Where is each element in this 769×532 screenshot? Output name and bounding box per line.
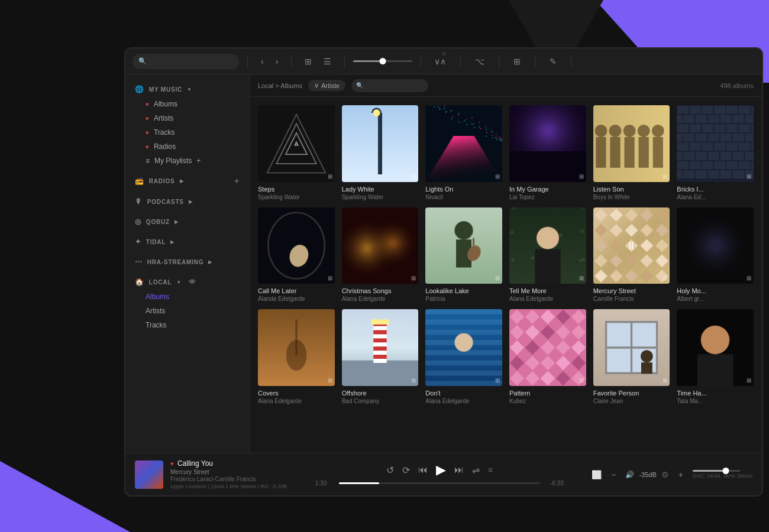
album-card[interactable]: ⊞⏸Mercury StreetCamille Francis — [593, 207, 670, 303]
albums-grid: ⊞StepsSparkling Water⊞Lady WhiteSparklin… — [250, 97, 762, 453]
vol-minus-button[interactable]: − — [606, 468, 621, 482]
toolbar-divider-4 — [421, 55, 421, 68]
album-card[interactable]: ⊞StepsSparkling Water — [258, 105, 335, 200]
play-button[interactable]: ▶ — [436, 462, 446, 478]
player-track-name: Calling You — [177, 459, 213, 468]
add-playlist-icon[interactable]: + — [196, 157, 201, 165]
nav-back-button[interactable]: ‹ — [256, 54, 269, 69]
toolbar-divider-3 — [344, 55, 345, 68]
album-add-to-library-icon[interactable]: ⊞ — [328, 377, 332, 384]
album-add-to-library-icon[interactable]: ⊞ — [579, 377, 584, 384]
zoom-slider-thumb — [380, 58, 386, 64]
content-search[interactable]: 🔍 — [351, 79, 428, 92]
album-add-to-library-icon[interactable]: ⊞ — [663, 275, 667, 281]
sidebar-item-artists-mymusic[interactable]: ♥ Artists — [129, 111, 245, 125]
sidebar-label-albums-local: Albums — [146, 293, 169, 301]
toolbar-divider-7 — [535, 55, 535, 68]
my-music-label: MY MUSIC — [149, 86, 182, 93]
sidebar-header-qobuz[interactable]: ◎ QOBUZ ▶ — [125, 214, 249, 229]
album-card[interactable]: ⊞Holy Mo...Albert gr... — [677, 207, 754, 303]
vol-slider[interactable] — [693, 470, 740, 472]
queue-button[interactable]: ≡ — [488, 465, 493, 475]
album-card[interactable]: ⊞Call Me LaterAlanda Edelgarde — [258, 207, 335, 303]
sidebar-label-albums-mymusic: Albums — [154, 100, 177, 108]
heart-icon-albums: ♥ — [146, 101, 149, 108]
album-add-to-library-icon[interactable]: ⊞ — [747, 377, 751, 384]
sidebar-item-artists-local[interactable]: Artists — [129, 304, 245, 318]
expand-icon[interactable]: ⬜ — [592, 470, 602, 479]
add-radio-icon[interactable]: + — [234, 176, 240, 186]
replay-button[interactable]: ↺ — [386, 465, 394, 476]
player-progress-bar[interactable] — [339, 482, 540, 484]
repeat-button[interactable]: ⟳ — [402, 465, 410, 476]
player-source-info: Apple Lossless | 16/44.1 kHz Stereo | RG… — [170, 484, 287, 489]
album-add-to-library-icon[interactable]: ⊞ — [579, 173, 584, 180]
tidal-label: TIDAL — [146, 239, 166, 245]
album-card[interactable]: ⊞Lights OnNivacil — [425, 105, 502, 200]
content-area: Local > Albums ∨ Artiste 🔍 498 albums ⊞S… — [250, 74, 762, 453]
album-card[interactable]: ⊞OffshoreBad Company — [342, 309, 419, 404]
zoom-slider[interactable] — [353, 60, 412, 62]
sort-button[interactable]: ∨∧ — [429, 54, 451, 69]
sidebar-item-albums-local[interactable]: Albums — [129, 290, 245, 304]
sidebar-header-radios[interactable]: 📻 RADIOS ▶ + — [125, 173, 249, 189]
album-add-to-library-icon[interactable]: ⊞ — [579, 275, 584, 281]
album-thumbnail: ⊞ — [677, 309, 754, 386]
edit-button[interactable]: ✎ — [545, 54, 561, 69]
album-add-to-library-icon[interactable]: ⊞ — [663, 377, 667, 384]
local-view-icon[interactable]: 👁 — [189, 278, 196, 286]
album-card[interactable]: ⊞PatternKubez — [509, 309, 586, 404]
grid-view-button[interactable]: ⊞ — [300, 54, 316, 69]
album-add-to-library-icon[interactable]: ⊞ — [495, 173, 500, 180]
sidebar-header-hra[interactable]: ⋯ HRA-STREAMING ▶ — [125, 254, 249, 270]
album-image — [593, 105, 670, 182]
playlist-add-button[interactable]: ⊞ — [509, 54, 525, 69]
sidebar-header-my-music[interactable]: 🌐 MY MUSIC ▼ — [125, 82, 249, 97]
filter-button[interactable]: ⌥ — [470, 54, 489, 69]
album-image — [509, 309, 586, 386]
album-add-to-library-icon[interactable]: ⊞ — [411, 377, 416, 384]
album-add-to-library-icon[interactable]: ⊞ — [328, 275, 332, 281]
sidebar-header-local[interactable]: 🏠 LOCAL ▼ 👁 — [125, 274, 249, 290]
album-card[interactable]: ⊞Lady WhiteSparkling Water — [342, 105, 419, 200]
album-add-to-library-icon[interactable]: ⊞ — [747, 173, 751, 180]
sidebar-item-radios-mymusic[interactable]: ♥ Radios — [129, 140, 245, 154]
next-button[interactable]: ⏭ — [454, 465, 464, 475]
sidebar-header-tidal[interactable]: ✦ TIDAL ▶ — [125, 234, 249, 249]
artist-filter-button[interactable]: ∨ Artiste — [308, 80, 345, 91]
album-card[interactable]: ⊞CoversAlana Edelgarde — [258, 309, 335, 404]
nav-forward-button[interactable]: › — [271, 54, 283, 69]
album-card[interactable]: ⊞Lookalike LakePatricia — [425, 207, 502, 303]
sidebar-item-playlists[interactable]: ≡ My Playlists + — [129, 154, 245, 168]
shuffle-button[interactable]: ⇌ — [472, 465, 480, 476]
album-add-to-library-icon[interactable]: ⊞ — [328, 173, 332, 180]
album-thumbnail: ⊞ — [342, 105, 419, 182]
list-view-button[interactable]: ☰ — [319, 54, 336, 69]
heart-icon-artists: ♥ — [146, 115, 149, 122]
toolbar-search[interactable]: 🔍 — [133, 54, 239, 69]
album-artist: Boys In White — [593, 194, 670, 200]
album-add-to-library-icon[interactable]: ⊞ — [663, 173, 667, 180]
bg-decoration-bottom — [0, 414, 130, 532]
album-add-to-library-icon[interactable]: ⊞ — [495, 377, 500, 384]
album-card[interactable]: ⊞Time Ha...Tata Ma... — [677, 309, 754, 404]
album-card[interactable]: ⊞In My GarageLai Topez — [509, 105, 586, 200]
prev-button[interactable]: ⏮ — [418, 465, 428, 475]
album-add-to-library-icon[interactable]: ⊞ — [495, 275, 500, 281]
album-card[interactable]: ⊞Don'tAlana Edelgarde — [425, 309, 502, 404]
sidebar-header-podcasts[interactable]: 🎙 PODCASTS ▶ — [125, 194, 249, 209]
album-card[interactable]: ⊞Bricks I...Alana Ed... — [677, 105, 754, 200]
album-card[interactable]: ⊞Listen SonBoys In White — [593, 105, 670, 200]
album-add-to-library-icon[interactable]: ⊞ — [411, 275, 416, 281]
player-heart-icon[interactable]: ♥ — [170, 460, 174, 467]
sidebar-item-tracks-local[interactable]: Tracks — [129, 318, 245, 332]
album-card[interactable]: ⊞Tell Me MoreAlana Edelgarde — [509, 207, 586, 303]
sidebar-item-tracks-mymusic[interactable]: ♥ Tracks — [129, 125, 245, 140]
album-card[interactable]: ⊞Christmas SongsAlana Edelgarde — [342, 207, 419, 303]
settings-icon[interactable]: ⚙ — [661, 470, 669, 479]
album-add-to-library-icon[interactable]: ⊞ — [411, 173, 416, 180]
album-add-to-library-icon[interactable]: ⊞ — [747, 275, 751, 281]
album-card[interactable]: ⊞Favorite PersonClaire Jean — [593, 309, 670, 404]
vol-plus-button[interactable]: + — [674, 468, 688, 482]
sidebar-item-albums-mymusic[interactable]: ♥ Albums — [129, 97, 245, 111]
